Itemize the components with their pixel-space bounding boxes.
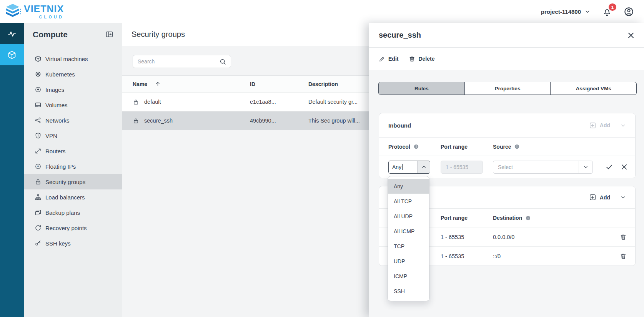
sidebar-item-virtual-machines[interactable]: Virtual machines [24,51,122,66]
sidebar-item-backup-plans[interactable]: Backup plans [24,205,122,220]
column-port-range: Port range [441,215,468,221]
protocol-dropdown-menu: Any All TCP All UDP All ICMP TCP UDP ICM… [388,176,429,301]
rail-item-monitoring[interactable] [0,23,24,44]
close-icon [627,31,635,40]
networks-icon [35,117,42,124]
volumes-icon [35,101,42,108]
column-destination: Destination [493,215,522,221]
panel-title: secure_ssh [379,31,421,40]
activity-icon [7,29,17,38]
column-port-range: Port range [441,144,468,150]
backup-icon [35,209,42,216]
project-name: project-114800 [541,8,581,15]
source-input[interactable] [493,164,579,170]
protocol-option-ssh[interactable]: SSH [388,284,429,299]
tab-rules[interactable]: Rules [379,82,464,95]
search-input[interactable] [138,58,219,65]
sidebar-item-vpn[interactable]: VPN [24,128,122,143]
icon-rail [0,23,24,317]
trash-icon [620,253,627,260]
notification-badge: 1 [609,3,616,11]
panel-tabs: Rules Properties Assigned VMs [378,82,637,95]
vietnix-logo-icon [4,3,22,20]
protocol-option-icmp[interactable]: ICMP [388,269,429,284]
lock-icon [35,178,42,185]
sidebar-item-floating-ips[interactable]: Floating IPs [24,159,122,174]
sort-asc-icon[interactable] [155,81,161,87]
rail-item-compute[interactable] [0,44,24,65]
key-icon [35,240,42,247]
tab-assigned-vms[interactable]: Assigned VMs [550,82,636,95]
pencil-icon [379,56,385,62]
source-select[interactable] [493,161,593,174]
column-protocol: Protocol [388,144,410,150]
notifications-button[interactable]: 1 [602,7,612,17]
lock-icon [133,118,139,124]
text-caret [402,164,403,170]
collapse-sidebar-button[interactable] [105,30,113,38]
info-icon[interactable] [413,144,419,149]
source-dropdown-toggle[interactable] [579,161,592,173]
sidebar-item-networks[interactable]: Networks [24,113,122,128]
tab-properties[interactable]: Properties [464,82,551,95]
protocol-option-all-icmp[interactable]: All ICMP [388,224,429,239]
close-panel-button[interactable] [627,31,635,40]
lock-icon [133,99,139,105]
sidebar-item-kubernetes[interactable]: Kubernetes [24,66,122,82]
edit-button[interactable]: Edit [379,56,398,62]
top-bar: VIETNIX CLOUD project-114800 1 [0,0,644,23]
protocol-option-tcp[interactable]: TCP [388,239,429,254]
kubernetes-icon [35,71,42,78]
protocol-option-any[interactable]: Any [388,179,429,194]
protocol-option-all-udp[interactable]: All UDP [388,209,429,224]
vpn-shield-icon [35,132,42,139]
account-button[interactable] [624,7,634,17]
delete-rule-button[interactable] [620,253,627,260]
outbound-add-button[interactable]: Add [589,194,626,201]
chevron-down-icon [584,8,591,15]
vietnix-logo: VIETNIX CLOUD [4,3,64,20]
confirm-rule-button[interactable] [605,163,613,171]
sidebar-item-security-groups[interactable]: Security groups [24,174,122,189]
sidebar-item-images[interactable]: Images [24,82,122,97]
sidebar-item-ssh-keys[interactable]: SSH keys [24,236,122,251]
sidebar-item-routers[interactable]: Routers [24,143,122,159]
collapse-sidebar-icon [105,30,113,38]
sidebar-item-volumes[interactable]: Volumes [24,97,122,113]
sidebar-item-load-balancers[interactable]: Load balancers [24,189,122,205]
port-range-input[interactable] [441,161,483,174]
protocol-option-all-tcp[interactable]: All TCP [388,194,429,209]
plus-square-icon [589,122,596,129]
column-name[interactable]: Name [133,81,147,87]
inbound-add-button[interactable]: Add [589,122,626,129]
column-id[interactable]: ID [250,81,308,87]
routers-icon [35,148,42,154]
delete-rule-button[interactable] [620,234,627,241]
protocol-dropdown-toggle[interactable] [417,161,430,173]
detail-panel: secure_ssh Edit Delete Rules Properties … [369,23,644,317]
check-icon [605,163,613,171]
info-icon[interactable] [525,215,531,221]
protocol-option-udp[interactable]: UDP [388,254,429,269]
load-balancer-icon [35,194,42,201]
chevron-up-icon [421,164,427,170]
cube-icon [35,55,42,62]
inbound-columns: Protocol Port range Source [379,138,635,156]
info-icon[interactable] [514,144,520,149]
project-selector[interactable]: project-114800 [541,8,591,15]
protocol-combobox[interactable]: Any [388,161,430,174]
cancel-rule-button[interactable] [620,163,628,171]
inbound-title: Inbound [388,122,411,129]
x-icon [620,163,628,171]
sidebar-title: Compute [33,30,68,39]
search-box [133,55,231,68]
protocol-value: Any [392,164,401,170]
trash-icon [620,234,627,241]
chevron-down-icon [583,164,589,170]
search-icon[interactable] [219,58,226,65]
sidebar-item-recovery-points[interactable]: Recovery points [24,220,122,236]
delete-button[interactable]: Delete [409,56,434,62]
sidebar: Compute Virtual machines Kubernetes Imag… [24,23,122,317]
chevron-down-icon [620,194,626,200]
inbound-edit-row: Any [379,156,635,178]
